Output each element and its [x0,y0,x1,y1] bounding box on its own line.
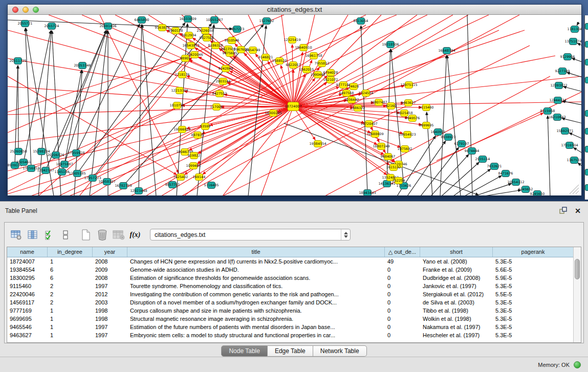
table-row[interactable]: 969969511998Structural magnetic resonanc… [7,315,581,323]
tab-node-table[interactable]: Node Table [221,345,268,357]
table-source-select[interactable]: citations_edges.txt [150,229,351,240]
network-canvas[interactable]: 2055721205572420691406646589016033809100… [8,15,581,195]
scrollbar-thumb[interactable] [575,259,580,279]
graph-node[interactable]: 9827505 [200,35,214,41]
graph-node[interactable]: 8960128 [168,28,183,34]
graph-node[interactable]: 8938923 [441,134,456,141]
graph-node[interactable]: 1324554 [359,90,374,97]
graph-node[interactable]: 16543812 [182,42,199,49]
function-builder-icon[interactable]: f(x) [128,228,142,242]
graph-node[interactable]: 7625402 [173,174,188,181]
graph-node[interactable]: 9810546 [225,37,239,44]
graph-node[interactable]: 17016504 [561,142,578,149]
graph-node[interactable]: 12213389 [171,87,188,94]
float-panel-icon[interactable] [559,207,568,214]
window-titlebar[interactable]: citations_edges.txt [8,5,581,15]
graph-node[interactable]: 919822 [188,152,201,159]
graph-node[interactable]: 1975692 [398,146,412,152]
graph-node[interactable]: 1640955 [431,129,446,136]
graph-node[interactable]: 15720407 [360,121,377,127]
graph-node[interactable]: 9474444 [465,148,480,155]
graph-node[interactable]: 1099481 [186,163,201,169]
close-window-button[interactable] [12,7,18,13]
graph-node[interactable]: 2055724 [45,23,59,30]
table-row[interactable]: 1872400712008Changes of HCN gene express… [7,257,581,266]
graph-node[interactable]: 9227349 [555,68,570,75]
graph-node[interactable]: 1615132 [386,164,401,171]
graph-node[interactable]: 10807487 [370,99,387,106]
graph-node[interactable]: 9857791 [165,182,180,188]
column-header-year[interactable]: year [93,247,127,257]
graph-node[interactable]: 16782759 [115,183,132,189]
graph-node[interactable]: 9699695 [419,122,434,129]
tab-network-table[interactable]: Network Table [313,345,367,357]
table-row[interactable]: 977716911998Corpus callosum shape and si… [7,307,581,315]
graph-node[interactable]: 16033809 [179,16,196,23]
graph-node[interactable]: 9949576 [405,115,420,122]
graph-node[interactable]: 9242848 [219,65,233,72]
graph-node[interactable]: 6179197 [454,141,469,147]
graph-node[interactable]: 20511725 [9,58,26,64]
close-panel-icon[interactable]: ✕ [575,207,581,214]
graph-node[interactable]: 19384554 [309,141,326,147]
zoom-window-button[interactable] [33,7,39,13]
graph-node[interactable]: 7632621 [487,163,502,170]
graph-node[interactable]: 18640910 [295,45,312,51]
graph-node[interactable]: 9163822 [155,25,170,31]
graph-node[interactable]: 12042757 [37,167,54,174]
tab-edge-table[interactable]: Edge Table [268,345,313,357]
table-scrollbar[interactable] [573,247,581,342]
graph-node[interactable]: 17359928 [68,150,84,157]
table-row[interactable]: 1456911722003Disruption of a novel membe… [7,298,581,307]
graph-node[interactable]: 1527602 [259,18,274,25]
table-row[interactable]: 946362711997Embryonic stem cells: a mode… [7,331,581,339]
graph-node[interactable]: 9129966 [560,54,575,60]
graph-node[interactable]: 20053346 [74,62,91,69]
graph-node[interactable]: 2803144 [216,78,231,85]
delete-trash-icon[interactable] [96,228,109,242]
graph-node[interactable]: 8912934 [182,32,197,39]
graph-node[interactable]: 8454749 [246,47,260,54]
table-row[interactable]: 911546021997Tourette syndrome. Phenomeno… [7,282,581,290]
graph-node[interactable]: 9684067 [381,154,396,160]
graph-node[interactable]: 53599 [200,123,211,130]
graph-node[interactable]: 1486322 [351,105,365,112]
graph-node[interactable]: 1588520 [272,58,287,64]
graph-node[interactable]: 19166822 [173,126,190,133]
graph-node[interactable]: 98901 [180,55,191,62]
column-select-icon[interactable] [26,228,39,242]
column-header-name[interactable]: name [7,247,48,257]
table-row[interactable]: 1830029562008Estimation of significance … [7,274,581,282]
table-row[interactable]: 946554611997Estimation of the future num… [7,323,581,331]
graph-node[interactable]: 169144 [193,174,206,181]
graph-node[interactable]: 1145194 [55,169,70,176]
graph-node[interactable]: 9115460 [419,104,434,111]
graph-node[interactable]: 12093822 [550,82,567,89]
graph-node[interactable]: 10688609 [366,131,383,138]
graph-node[interactable]: 16961758 [305,53,322,59]
table-row[interactable]: 2242004622012Investigating the contribut… [7,290,581,298]
table-settings-icon[interactable] [10,228,23,242]
graph-node[interactable]: 62160 [386,103,397,110]
graph-node[interactable]: 19654923 [399,132,416,138]
new-table-icon[interactable] [79,228,93,242]
graph-node[interactable]: 18943443 [359,190,376,196]
graph-node[interactable]: 2055721 [18,20,33,27]
graph-node[interactable]: 74626 [349,83,359,90]
graph-node[interactable]: 2935114 [475,156,490,163]
column-header-in_degree[interactable]: in_degree [48,247,93,257]
column-header-title[interactable]: title [127,247,385,257]
graph-node[interactable]: 7955812 [315,60,330,67]
graph-node[interactable]: 25260650 [10,148,27,155]
graph-node[interactable]: 8471676 [498,170,513,177]
graph-node[interactable]: 16210643 [549,114,565,121]
graph-node[interactable]: 16648784 [438,48,455,54]
column-checklist-icon[interactable] [42,228,56,242]
graph-node[interactable]: 10654112 [507,179,524,186]
graph-node[interactable]: 1167533 [567,157,581,164]
graph-node[interactable]: 8813054 [354,18,368,25]
graph-node[interactable]: 12444134 [549,97,566,104]
graph-node[interactable]: 9875685 [223,50,237,57]
table-row[interactable]: 1938455462009Genome-wide association stu… [7,266,581,274]
graph-node[interactable]: 23226058 [197,28,213,34]
